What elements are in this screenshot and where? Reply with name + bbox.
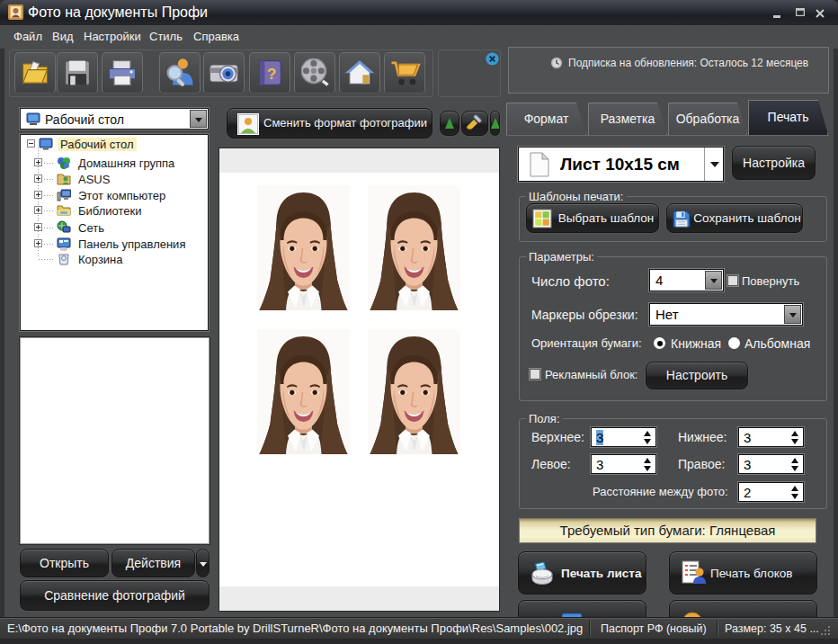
svg-text:?: ? (267, 66, 276, 83)
